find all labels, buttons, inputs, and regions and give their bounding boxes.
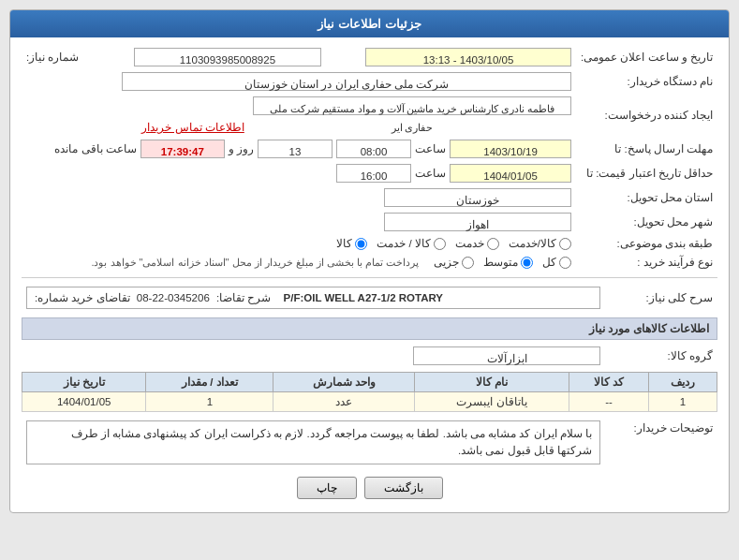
tabagheBandi-kalaSlashKhedmat-label: کالا / خدمت xyxy=(377,237,431,250)
tabagheBandi-kalaKhedmat[interactable]: کالا/خدمت xyxy=(509,237,571,250)
cell-radif: 1 xyxy=(648,392,717,412)
sharhTaqazah-value: P/F:OIL WELL A27-1/2 ROTARY xyxy=(284,292,443,303)
sharhTaqazah-label: شرح تقاضا: xyxy=(216,291,271,304)
col-vahed: واحد شمارش xyxy=(273,373,414,392)
ostan-label: استان محل تحویل: xyxy=(576,185,717,210)
mohlatErsalPasox-date: 1403/10/19 xyxy=(450,140,571,158)
cell-namKala: یاتاقان ایبسرت xyxy=(414,392,569,412)
print-button[interactable]: چاپ xyxy=(297,477,357,499)
hadakasrTarikh-time: 16:00 xyxy=(336,164,411,183)
tabagheBandi-kala[interactable]: کالا xyxy=(336,237,367,250)
cell-kodKala: -- xyxy=(569,392,649,412)
noeFarayand-jozii[interactable]: جزیی xyxy=(434,256,474,269)
mohlatErsalPasox-label: مهلت ارسال پاسخ: تا xyxy=(576,137,717,161)
tabagheBandi-kala-label: کالا xyxy=(336,237,352,250)
groupKala-label: گروه کالا: xyxy=(605,344,717,368)
shomareNiaz-input: 1103093985008925 xyxy=(134,48,321,66)
ijadKonande-label: ایجاد کننده درخخواست: xyxy=(576,94,717,137)
shahr-input: اهواز xyxy=(384,213,571,231)
col-tedad: تعداد / مقدار xyxy=(146,373,273,392)
tarikhoSaat-value: 1403/10/05 - 13:13 xyxy=(361,45,576,69)
sectionKalaInfo-title: اطلاعات کالاهای مورد نیاز xyxy=(22,317,717,340)
ijadKonande-input: فاطمه نادری کارشناس خرید ماشین آلات و مو… xyxy=(253,96,571,115)
noeFarayand-jozii-label: جزیی xyxy=(434,256,459,269)
groupKala-input: ابزارآلات xyxy=(413,346,600,365)
cell-tedad: 1 xyxy=(146,392,273,412)
col-radif: ردیف xyxy=(648,373,717,392)
taqazahShomare-label: تقاضای خرید شماره: xyxy=(35,291,130,304)
button-row: بازگشت چاپ xyxy=(22,477,717,499)
namDastgah-label: نام دستگاه خریدار: xyxy=(576,69,717,94)
tabagheBandi-khedmat-label: خدمت xyxy=(455,237,484,250)
cell-tarikh: 1404/01/05 xyxy=(22,392,146,412)
page-header: جزئیات اطلاعات نیاز xyxy=(10,10,729,37)
tabagheBandi-kalaKhedmat-label: کالا/خدمت xyxy=(509,237,556,250)
tabagheBandi-khedmat[interactable]: خدمت xyxy=(455,237,499,250)
noeFarayand-kol-label: کل xyxy=(542,256,556,269)
mohlatErsalPasox-time: 08:00 xyxy=(336,140,411,158)
baqimande-label: ساعت باقی مانده xyxy=(54,142,136,155)
taqazah-box: تقاضای خرید شماره: 08-22-0345206 شرح تقا… xyxy=(26,287,600,309)
tarikhoSaat-input: 1403/10/05 - 13:13 xyxy=(365,48,571,66)
col-tarikh: تاریخ نیاز xyxy=(22,373,146,392)
back-button[interactable]: بازگشت xyxy=(364,477,443,499)
noeFarayand-note: پرداخت تمام با بخشی از مبلغ خریدار از مح… xyxy=(91,257,419,269)
tozihKharidar-text: با سلام ایران کد مشابه می باشد. لطفا به … xyxy=(26,420,600,464)
cell-vahed: عدد xyxy=(273,392,414,412)
saat-label2: ساعت xyxy=(415,167,446,180)
shomareNiaz-value: 1103093985008925 xyxy=(129,45,326,69)
shomareNiaz-label: شماره نیاز: xyxy=(22,45,129,69)
col-kodKala: کد کالا xyxy=(569,373,649,392)
table-row: 1 -- یاتاقان ایبسرت عدد 1 1404/01/05 xyxy=(22,392,717,412)
divider1 xyxy=(22,277,717,278)
kala-table: ردیف کد کالا نام کالا واحد شمارش تعداد /… xyxy=(22,372,717,412)
mohlatErsalPasox-saat-baqimande: 17:39:47 xyxy=(140,140,225,158)
shahr-label: شهر محل تحویل: xyxy=(576,210,717,234)
noeFarayand-motevaset-label: متوسط xyxy=(483,256,518,269)
tozihKharidar-label: توضیحات خریدار: xyxy=(605,418,717,467)
saat-label: ساعت xyxy=(415,142,446,155)
hadakasrTarikh-label: حداقل تاریخ اعتبار قیمت: تا xyxy=(576,161,717,185)
col-namKala: نام کالا xyxy=(414,373,569,392)
noeFarayand-label: نوع فرآیند خرید : xyxy=(576,253,717,272)
tabagheBandi-kalaSlashKhedmat[interactable]: کالا / خدمت xyxy=(377,237,446,250)
sectionKolliNiaz-label: سرح کلی نیاز: xyxy=(605,284,717,312)
taqazahShomare-value: 08-22-0345206 xyxy=(137,292,210,303)
ettelaatTamas-link[interactable]: اطلاعات تماس خریدار xyxy=(141,122,244,133)
roz-label: روز و xyxy=(229,142,254,155)
mohlatErsalPasox-roz: 13 xyxy=(258,140,333,158)
tabagheBandi-label: طبقه بندی موضوعی: xyxy=(576,234,717,253)
tarikhoSaat-label: تاریخ و ساعت اعلان عمومی: xyxy=(576,45,717,69)
hadakasrTarikh-date: 1404/01/05 xyxy=(450,164,571,183)
namDastgah-input: شرکت ملی حفاری ایران در استان خوزستان xyxy=(122,72,571,91)
ostan-input: خوزستان xyxy=(384,188,571,207)
noeFarayand-kol[interactable]: کل xyxy=(542,256,571,269)
noeFarayand-motevaset[interactable]: متوسط xyxy=(483,256,533,269)
